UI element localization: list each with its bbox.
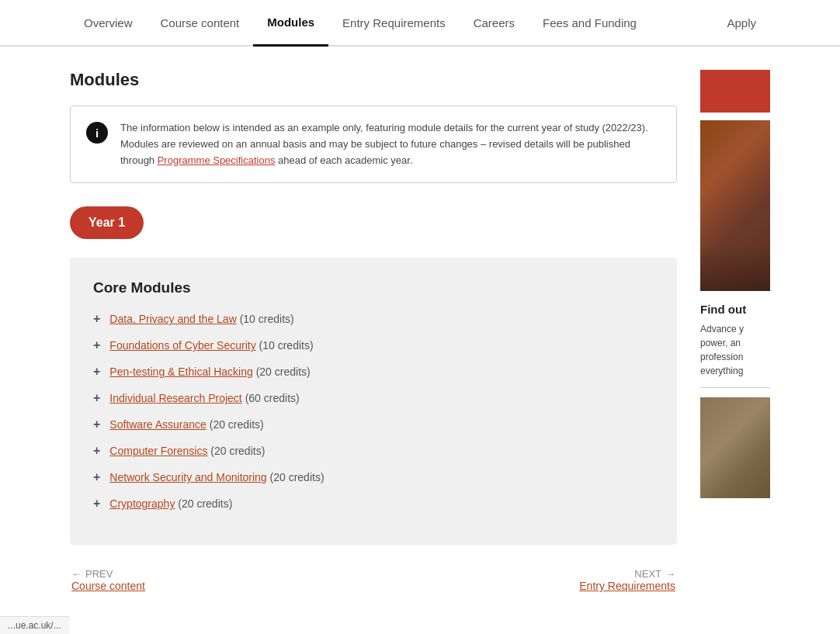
nav-modules[interactable]: Modules: [253, 0, 328, 47]
url-hint: ...ue.ac.uk/...: [0, 616, 69, 623]
module-link[interactable]: Cryptography: [109, 497, 175, 510]
module-item: + Network Security and Monitoring (20 cr…: [93, 470, 654, 484]
module-credits: (20 credits): [210, 418, 264, 431]
expand-icon[interactable]: +: [93, 497, 100, 511]
expand-icon[interactable]: +: [93, 338, 100, 352]
next-link[interactable]: Entry Requirements: [579, 580, 675, 592]
module-credits: (10 credits): [240, 313, 294, 325]
nav-apply[interactable]: Apply: [713, 1, 770, 45]
module-link[interactable]: Data, Privacy and the Law: [109, 313, 236, 325]
module-item: + Individual Research Project (60 credit…: [93, 391, 654, 405]
module-credits: (20 credits): [256, 366, 311, 378]
expand-icon[interactable]: +: [93, 391, 100, 405]
expand-icon[interactable]: +: [93, 417, 100, 431]
core-modules-box: Core Modules + Data, Privacy and the Law…: [70, 258, 677, 545]
main-content: Modules i The information below is inten…: [70, 70, 677, 592]
sidebar-find-out-label[interactable]: Find out: [700, 303, 770, 316]
module-item: + Software Assurance (20 credits): [93, 417, 654, 431]
expand-icon[interactable]: +: [93, 444, 100, 458]
page-layout: Modules i The information below is inten…: [0, 47, 840, 623]
module-item: + Data, Privacy and the Law (10 credits): [93, 312, 654, 326]
next-label: NEXT →: [634, 568, 675, 580]
module-link[interactable]: Pen-testing & Ethical Hacking: [109, 366, 252, 378]
expand-icon[interactable]: +: [93, 470, 100, 484]
nav-fees-funding[interactable]: Fees and Funding: [529, 1, 651, 45]
prev-nav: ← PREV Course content: [71, 568, 145, 592]
module-credits: (10 credits): [259, 339, 314, 352]
prev-arrow-icon: ←: [71, 568, 82, 580]
expand-icon[interactable]: +: [93, 365, 100, 379]
info-box: i The information below is intended as a…: [70, 106, 677, 183]
module-item: + Cryptography (20 credits): [93, 497, 654, 511]
nav-careers[interactable]: Careers: [460, 1, 529, 45]
sidebar-divider: [700, 387, 770, 388]
nav-entry-requirements[interactable]: Entry Requirements: [328, 1, 460, 45]
module-link[interactable]: Software Assurance: [109, 418, 207, 431]
info-text: The information below is intended as an …: [120, 120, 661, 168]
module-list: + Data, Privacy and the Law (10 credits)…: [93, 312, 654, 511]
sidebar: Find out Advance y power, an profession …: [700, 70, 770, 592]
module-link[interactable]: Foundations of Cyber Security: [109, 339, 255, 352]
nav-course-content[interactable]: Course content: [147, 1, 254, 45]
module-credits: (20 credits): [178, 497, 232, 510]
module-item: + Foundations of Cyber Security (10 cred…: [93, 338, 654, 352]
pagination: ← PREV Course content NEXT → Entry Requi…: [70, 568, 677, 592]
module-credits: (20 credits): [270, 471, 325, 483]
sidebar-building-image: [700, 120, 770, 291]
next-arrow-icon: →: [665, 568, 675, 580]
nav-overview[interactable]: Overview: [70, 1, 147, 45]
core-modules-title: Core Modules: [93, 279, 654, 296]
info-icon: i: [86, 122, 108, 144]
sidebar-building-image2: [700, 397, 770, 498]
module-credits: (20 credits): [210, 445, 265, 457]
module-link[interactable]: Computer Forensics: [109, 445, 207, 457]
module-item: + Pen-testing & Ethical Hacking (20 cred…: [93, 365, 654, 379]
year-badge[interactable]: Year 1: [70, 206, 144, 239]
sidebar-find-out-text: Advance y power, an profession everythin…: [700, 322, 770, 378]
prev-label: ← PREV: [71, 568, 113, 580]
main-nav: Overview Course content Modules Entry Re…: [0, 0, 840, 47]
module-credits: (60 credits): [245, 392, 300, 404]
module-link[interactable]: Individual Research Project: [109, 392, 241, 404]
programme-specs-link[interactable]: Programme Specifications: [158, 154, 276, 166]
expand-icon[interactable]: +: [93, 312, 100, 326]
module-item: + Computer Forensics (20 credits): [93, 444, 654, 458]
next-nav: NEXT → Entry Requirements: [579, 568, 675, 592]
prev-link[interactable]: Course content: [71, 580, 145, 592]
module-link[interactable]: Network Security and Monitoring: [109, 471, 266, 483]
sidebar-red-block: [700, 70, 770, 113]
page-title: Modules: [70, 70, 677, 90]
